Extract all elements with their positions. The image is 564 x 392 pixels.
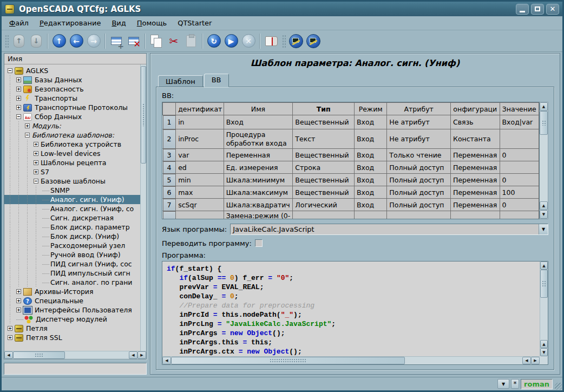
expand-icon[interactable]: + — [16, 105, 21, 110]
table-cell[interactable]: 100 — [500, 186, 539, 199]
expand-icon[interactable]: + — [34, 151, 38, 156]
table-cell[interactable]: 0 — [500, 199, 539, 211]
row-number[interactable]: 2 — [163, 129, 176, 149]
back-button[interactable]: ← — [68, 32, 85, 50]
collapse-icon[interactable]: − — [16, 114, 21, 119]
table-cell[interactable]: Вход — [355, 186, 387, 199]
resize-grip[interactable] — [555, 383, 562, 390]
table-cell[interactable]: Полный доступ — [387, 186, 451, 199]
collapse-icon[interactable]: − — [34, 179, 38, 184]
refresh-button[interactable]: ↻ — [205, 32, 222, 50]
manual-button[interactable] — [263, 32, 280, 50]
table-cell[interactable]: inProc — [176, 129, 224, 149]
tab-io[interactable]: ВВ — [204, 74, 229, 87]
table-cell[interactable] — [451, 211, 500, 220]
cut-item-button[interactable]: ✂ — [165, 32, 182, 50]
column-header[interactable] — [163, 103, 176, 115]
editor-vertical-scrollbar[interactable]: ▲ ▲ ▼ — [540, 262, 548, 356]
maximize-button[interactable] — [531, 4, 544, 15]
tree-item[interactable]: −AGLKS — [4, 66, 140, 75]
tree-item[interactable]: +Шаблоны рецепта — [4, 158, 140, 167]
scrollbar-track[interactable] — [65, 351, 129, 359]
scrollbar-thumb[interactable] — [540, 270, 548, 298]
table-cell[interactable]: var — [176, 149, 224, 161]
copy-item-button[interactable] — [148, 32, 165, 50]
tree-item[interactable]: +Архивы-История — [4, 287, 140, 296]
status-star-button[interactable]: * — [511, 379, 519, 389]
expand-icon[interactable]: + — [8, 335, 12, 340]
scroll-up-button[interactable]: ▲ — [540, 201, 548, 210]
menu-edit[interactable]: Редактирование — [34, 17, 106, 29]
table-cell[interactable] — [355, 211, 387, 220]
collapse-icon[interactable]: − — [25, 133, 30, 138]
tree-item[interactable]: +Библиотека устройств — [4, 140, 140, 149]
table-cell[interactable]: Вход — [355, 161, 387, 174]
start-button[interactable]: ▶ — [222, 32, 240, 50]
up-button[interactable]: ↑ — [50, 32, 68, 50]
row-number[interactable] — [163, 211, 176, 220]
table-cell[interactable]: Переменная — [451, 174, 500, 186]
table-cell[interactable]: Связь — [451, 115, 500, 129]
tree-item[interactable]: +Специальные — [4, 296, 140, 305]
scrollbar-thumb[interactable] — [13, 351, 65, 359]
row-number[interactable]: 6 — [163, 186, 176, 199]
expand-icon[interactable]: + — [25, 123, 30, 128]
editor-horizontal-scrollbar[interactable]: ◀ ◀ ▶ — [162, 356, 540, 364]
qtstarter-vision-button[interactable] — [305, 32, 322, 50]
table-cell[interactable]: max — [176, 186, 224, 199]
column-header[interactable]: Имя — [224, 103, 293, 115]
expand-icon[interactable]: + — [8, 326, 12, 331]
tree-vertical-scrollbar[interactable] — [140, 64, 146, 351]
close-button[interactable]: ✕ — [546, 4, 559, 15]
table-cell[interactable]: min — [176, 174, 224, 186]
scroll-right-button[interactable]: ▶ — [531, 357, 540, 364]
column-header[interactable]: Тип — [293, 103, 355, 115]
column-header[interactable]: Атрибут — [387, 103, 451, 115]
table-cell[interactable]: Процедура обработки входа — [224, 129, 293, 149]
tree-item[interactable]: −Базовые шаблоны — [4, 177, 140, 186]
table-cell[interactable]: Только чтение — [387, 149, 451, 161]
table-cell[interactable]: Вход|var — [500, 115, 539, 129]
column-header[interactable]: Значение — [500, 103, 539, 115]
table-cell[interactable]: 0 — [500, 149, 539, 161]
table-cell[interactable]: Переменная — [451, 186, 500, 199]
table-cell[interactable]: Переменная — [451, 149, 500, 161]
table-cell[interactable]: Вещественный — [293, 186, 355, 199]
table-vertical-scrollbar[interactable]: ▲ ▲ ▼ — [540, 102, 548, 219]
table-cell[interactable] — [176, 211, 224, 220]
table-cell[interactable]: Полный доступ — [387, 161, 451, 174]
tree-item[interactable]: Аналог. сигн. (Униф) — [4, 195, 140, 204]
table-cell[interactable] — [500, 211, 539, 220]
expand-icon[interactable]: + — [16, 298, 21, 303]
user-badge[interactable]: roman — [521, 379, 553, 389]
table-cell[interactable]: Текст — [293, 129, 355, 149]
expand-icon[interactable]: + — [34, 142, 38, 147]
table-cell[interactable]: Полный доступ — [387, 174, 451, 186]
column-header[interactable]: Режим — [355, 103, 387, 115]
menu-help[interactable]: Помощь — [132, 17, 172, 29]
expand-icon[interactable]: + — [34, 169, 38, 174]
scroll-left-button[interactable]: ◀ — [162, 357, 171, 364]
table-cell[interactable]: Вещественный — [293, 174, 355, 186]
language-select[interactable]: JavaLikeCalc.JavaScript ▼ — [230, 224, 548, 235]
scrollbar-track[interactable] — [540, 135, 548, 201]
column-header[interactable]: онфигураци — [451, 103, 500, 115]
table-cell[interactable]: Вход — [355, 115, 387, 129]
table-cell[interactable] — [500, 161, 539, 174]
menu-file[interactable]: Файл — [4, 17, 34, 29]
table-cell[interactable]: ed — [176, 161, 224, 174]
chevron-down-icon[interactable]: ▼ — [539, 224, 548, 234]
collapse-icon[interactable]: − — [8, 68, 12, 73]
menu-qtstarter[interactable]: QTStarter — [172, 17, 217, 29]
tree-item[interactable]: −Сбор Данных — [4, 112, 140, 121]
table-cell[interactable]: Замена:режим (0- — [224, 211, 293, 220]
expand-icon[interactable]: + — [16, 96, 21, 101]
tree-item[interactable]: Ручной ввод (Униф) — [4, 250, 140, 259]
expand-icon[interactable]: + — [16, 77, 21, 82]
table-cell[interactable]: Вещественный — [293, 115, 355, 129]
table-cell[interactable] — [387, 211, 451, 220]
table-cell[interactable]: Переменная — [451, 199, 500, 211]
tree-item[interactable]: Расходомерный узел — [4, 241, 140, 250]
row-number[interactable]: 1 — [163, 115, 176, 129]
scrollbar-thumb[interactable] — [141, 66, 146, 164]
